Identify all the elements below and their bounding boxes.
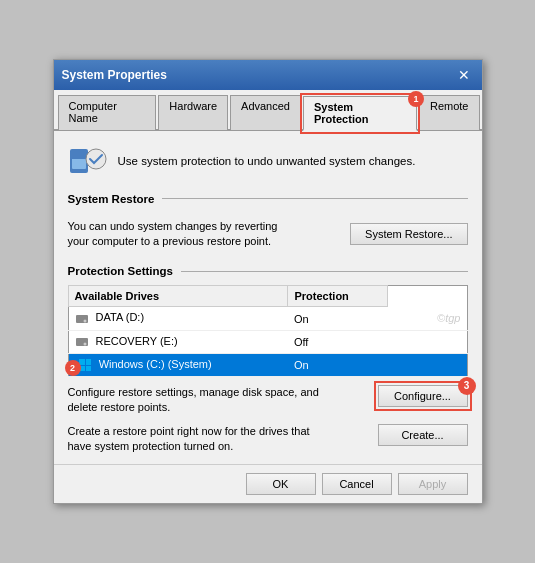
badge-2: 2 <box>65 360 81 376</box>
section-divider <box>162 198 467 199</box>
drive-name: DATA (D:) <box>68 307 288 330</box>
tab-bar: Computer Name Hardware Advanced System P… <box>54 90 482 131</box>
drive-protection: Off <box>288 330 387 353</box>
system-restore-button[interactable]: System Restore... <box>350 223 467 245</box>
drive-name: RECOVERY (E:) <box>68 330 288 353</box>
tab-computer-name[interactable]: Computer Name <box>58 95 157 130</box>
svg-rect-11 <box>86 366 91 371</box>
svg-point-7 <box>83 342 86 345</box>
badge-1: 1 <box>408 91 424 107</box>
system-restore-section: You can undo system changes by reverting… <box>68 213 468 256</box>
system-restore-header: System Restore <box>68 193 468 205</box>
drives-table: Available Drives Protection DATA (D:) On… <box>68 285 468 376</box>
apply-button[interactable]: Apply <box>398 473 468 495</box>
configure-description: Configure restore settings, manage disk … <box>68 385 368 416</box>
col-watermark <box>387 286 467 307</box>
close-button[interactable]: ✕ <box>454 66 474 84</box>
svg-rect-2 <box>72 151 86 159</box>
svg-rect-9 <box>86 359 91 365</box>
configure-button[interactable]: Configure... <box>378 385 468 407</box>
info-text: Use system protection to undo unwanted s… <box>118 155 416 167</box>
drive-protection: On <box>288 353 387 376</box>
svg-point-5 <box>83 319 86 322</box>
shield-icon <box>68 141 108 181</box>
protection-settings-label: Protection Settings <box>68 265 173 277</box>
tab-content: Use system protection to undo unwanted s… <box>54 131 482 465</box>
col-drives: Available Drives <box>68 286 288 307</box>
title-bar: System Properties ✕ <box>54 60 482 90</box>
drive-name: 2 Windows (C:) (System) <box>68 353 288 376</box>
section-divider-2 <box>181 271 468 272</box>
ok-button[interactable]: OK <box>246 473 316 495</box>
create-row: Create a restore point right now for the… <box>68 424 468 455</box>
create-button[interactable]: Create... <box>378 424 468 446</box>
cancel-button[interactable]: Cancel <box>322 473 392 495</box>
system-properties-dialog: System Properties ✕ Computer Name Hardwa… <box>53 59 483 505</box>
dialog-title: System Properties <box>62 68 167 82</box>
badge-3: 3 <box>458 377 476 395</box>
table-row-selected[interactable]: 2 Windows (C:) (System) On <box>68 353 467 376</box>
col-protection: Protection <box>288 286 387 307</box>
tab-hardware[interactable]: Hardware <box>158 95 228 130</box>
system-restore-label: System Restore <box>68 193 155 205</box>
table-row[interactable]: DATA (D:) On ©tgp <box>68 307 467 330</box>
watermark-cell: ©tgp <box>387 307 467 330</box>
drive-protection: On <box>288 307 387 330</box>
tab-system-protection[interactable]: System Protection 1 <box>303 96 417 131</box>
create-description: Create a restore point right now for the… <box>68 424 368 455</box>
tab-remote[interactable]: Remote <box>419 95 480 130</box>
restore-description: You can undo system changes by reverting… <box>68 219 341 250</box>
protection-settings-header: Protection Settings <box>68 265 468 277</box>
configure-row: Configure restore settings, manage disk … <box>68 385 468 416</box>
info-bar: Use system protection to undo unwanted s… <box>68 141 468 181</box>
table-row[interactable]: RECOVERY (E:) Off <box>68 330 467 353</box>
configure-button-wrapper: Configure... 3 <box>378 385 468 407</box>
dialog-footer: OK Cancel Apply <box>54 464 482 503</box>
tab-advanced[interactable]: Advanced <box>230 95 301 130</box>
